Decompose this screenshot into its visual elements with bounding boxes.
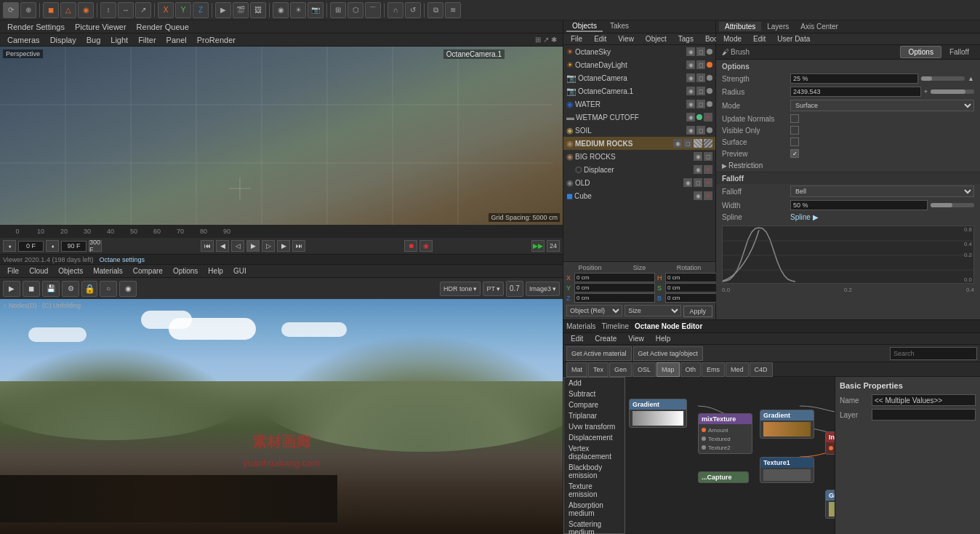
oct-image-select[interactable]: Image3 ▾ <box>526 282 560 296</box>
timeline-key-next[interactable]: ⬧ <box>46 240 59 252</box>
timeline-key-prev[interactable]: ⬧ <box>3 240 16 252</box>
menu-filter[interactable]: Filter <box>134 36 160 44</box>
octane-menu-objects[interactable]: Objects <box>54 267 87 275</box>
ne-tab-timeline[interactable]: Timeline <box>602 322 629 330</box>
timeline-record[interactable]: ⏺ <box>404 240 417 252</box>
obj-row-wetmap[interactable]: ▬ WETMAP CUTOFF ◉ ✕ <box>563 111 715 124</box>
timeline-go-start[interactable]: ⏮ <box>201 240 214 252</box>
oct-btn-play[interactable]: ▶ <box>3 281 20 297</box>
timeline-next-key[interactable]: ▷ <box>262 240 275 252</box>
ne-menu-edit[interactable]: Edit <box>566 335 587 343</box>
toolbar-icon-camera[interactable]: 🎬 <box>233 2 249 18</box>
menu-picture-viewer[interactable]: Picture Viewer <box>71 23 131 31</box>
obj-x-displacer[interactable]: ✕ <box>704 165 712 174</box>
toolbar-icon-boole[interactable]: ∩ <box>387 2 403 18</box>
toolbar-icon-material[interactable]: ◉ <box>273 2 289 18</box>
menu-render-settings[interactable]: Render Settings <box>3 23 69 31</box>
bf-input-radius[interactable] <box>790 87 921 97</box>
transform-coord-select[interactable]: Object (Rel) <box>566 305 622 316</box>
menu-panel[interactable]: Panel <box>162 36 191 44</box>
attr-menu-mode[interactable]: Mode <box>719 35 746 43</box>
obj-vis-cube[interactable]: ◉ <box>694 191 702 200</box>
bf-check-update-normals[interactable] <box>790 114 799 123</box>
oct-pt-value[interactable]: 0.7 <box>506 281 523 297</box>
ne-dd-texture-emission[interactable]: Texture emission <box>564 481 624 500</box>
node-insert[interactable]: Insert Texture <box>825 431 835 455</box>
attr-menu-userdata[interactable]: User Data <box>773 35 814 43</box>
oct-btn-view1[interactable]: ○ <box>100 281 117 297</box>
ne-tab-octane-node-editor[interactable]: Octane Node Editor <box>635 322 702 330</box>
timeline-play[interactable]: ▶ <box>246 240 260 252</box>
timeline-prev-frame[interactable]: ◀ <box>216 240 229 252</box>
toolbar-icon-light[interactable]: ☀ <box>290 2 306 18</box>
timeline-anim-play[interactable]: ▶▶ <box>531 240 545 252</box>
toolbar-icon-scale[interactable]: ↔ <box>118 2 134 18</box>
ne-btn-get-active-tag[interactable]: Get Active tag/object <box>633 346 704 361</box>
obj-row-octanecamera[interactable]: 📷 OctaneCamera ◉ ◻ <box>563 71 715 84</box>
timeline-auto-key[interactable]: ◉ <box>419 240 433 252</box>
obj-row-soil[interactable]: ◉ SOIL ◉ ◻ <box>563 124 715 137</box>
transform-size-select[interactable]: Size <box>624 305 680 316</box>
menu-prorender[interactable]: ProRender <box>193 36 240 44</box>
obj-row-octanedaylight[interactable]: ☀ OctaneDayLight ◉ ◻ <box>563 58 715 71</box>
attr-menu-edit[interactable]: Edit <box>749 35 770 43</box>
octane-menu-compare[interactable]: Compare <box>129 267 167 275</box>
obj-row-old[interactable]: ◉ OLD ◉ ◻ ✕ <box>563 176 715 189</box>
obj-vis-soil[interactable]: ◉ <box>686 126 695 135</box>
ne-tab-materials[interactable]: Materials <box>566 322 596 330</box>
obj-lock-octanesky[interactable]: ◻ <box>696 47 705 56</box>
attr-tab-attributes[interactable]: Attributes <box>719 22 761 31</box>
obj-vis-displacer[interactable]: ◉ <box>694 165 702 174</box>
ne-mat-tab-gen[interactable]: Gen <box>609 362 632 377</box>
obj-vis-medium-rocks[interactable]: ◉ <box>673 139 682 148</box>
obj-vis-octanecamera1[interactable]: ◉ <box>686 87 695 95</box>
toolbar-icon-cube[interactable]: ◼ <box>43 2 59 18</box>
bf-input-strength[interactable] <box>790 73 918 84</box>
node-gradient-1[interactable]: Gradient <box>629 399 687 428</box>
timeline-current-frame[interactable] <box>18 241 44 252</box>
timeline-go-end[interactable]: ⏭ <box>292 240 305 252</box>
obj-lock-old[interactable]: ◻ <box>694 178 702 187</box>
restriction-header[interactable]: ▶ Restriction <box>716 159 980 172</box>
transform-pz-input[interactable] <box>574 293 655 303</box>
obj-row-big-rocks[interactable]: ◉ BIG ROCKS ◉ ◻ <box>563 150 715 163</box>
obj-vis-old[interactable]: ◉ <box>683 178 692 187</box>
obj-lock-soil[interactable]: ◻ <box>696 126 705 135</box>
obj-menu-view[interactable]: View <box>614 35 638 43</box>
octane-settings-link[interactable]: Octane settings <box>99 256 145 263</box>
transform-py-input[interactable] <box>574 283 655 292</box>
oct-btn-save[interactable]: 💾 <box>42 281 60 297</box>
ne-mat-tab-map[interactable]: Map <box>656 362 680 377</box>
obj-lock-big-rocks[interactable]: ◻ <box>704 152 712 161</box>
tab-objects[interactable]: Objects <box>566 21 603 32</box>
obj-x-cube[interactable]: ✕ <box>704 191 712 200</box>
toolbar-icon-add[interactable]: ⊕ <box>20 2 36 18</box>
oct-pt-select[interactable]: PT ▾ <box>483 282 504 296</box>
bp-input-name[interactable] <box>872 394 976 406</box>
ne-mat-tab-oth[interactable]: Oth <box>680 362 702 377</box>
timeline-prev-key[interactable]: ◁ <box>231 240 244 252</box>
obj-x-old[interactable]: ✕ <box>704 178 712 187</box>
timeline-step-frame[interactable]: 300 F <box>89 240 102 252</box>
obj-row-medium-rocks[interactable]: ◉ MEDIUM ROCKS ◉ ◻ <box>563 137 715 150</box>
obj-lock-octanecamera1[interactable]: ◻ <box>696 87 705 95</box>
obj-vis-octanecamera[interactable]: ◉ <box>686 73 695 82</box>
obj-row-displacer[interactable]: ⬡ Displacer ◉ ✕ <box>563 163 715 176</box>
toolbar-icon-z[interactable]: Z <box>193 2 209 18</box>
toolbar-icon-deformer[interactable]: ⧉ <box>427 2 443 18</box>
obj-lock-octanecamera[interactable]: ◻ <box>696 73 705 82</box>
timeline-fps[interactable]: 24 <box>547 240 560 252</box>
bf-input-width[interactable] <box>790 200 928 210</box>
toolbar-icon-rotate[interactable]: ↗ <box>135 2 151 18</box>
bf-select-falloff[interactable]: Bell <box>790 186 974 197</box>
toolbar-icon-x[interactable]: X <box>158 2 174 18</box>
ne-mat-tab-mat[interactable]: Mat <box>566 362 587 377</box>
ne-node-canvas[interactable]: Gradient mixTexture Amount Textured Text… <box>625 377 835 534</box>
ne-mat-tab-ems[interactable]: Ems <box>702 362 725 377</box>
ne-dd-absorption[interactable]: Absorption medium <box>564 500 624 519</box>
bf-check-preview[interactable]: ✓ <box>790 149 799 158</box>
obj-row-cube[interactable]: ◼ Cube ◉ ✕ <box>563 189 715 202</box>
ne-btn-get-active-material[interactable]: Get Active material <box>566 346 632 361</box>
ne-dd-subtract[interactable]: Subtract <box>564 388 624 399</box>
ne-mat-tab-c4d[interactable]: C4D <box>750 362 773 377</box>
